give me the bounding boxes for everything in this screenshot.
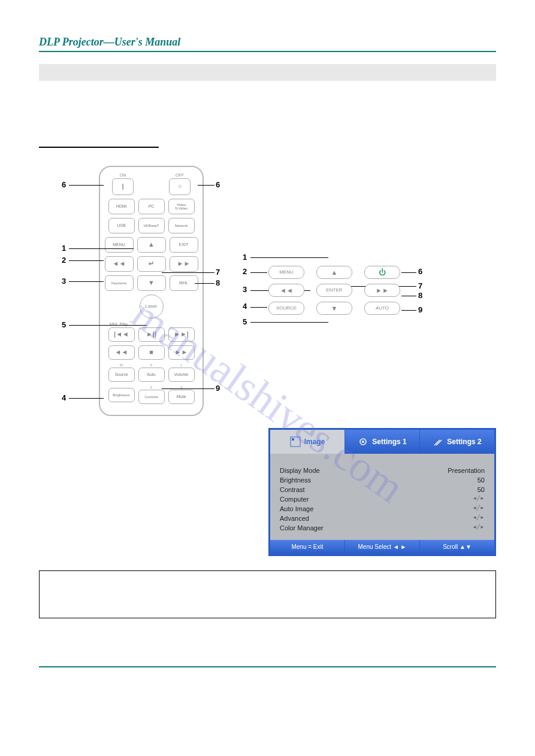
laser-button[interactable]: Laser <box>140 294 164 318</box>
subsection-rule <box>39 147 159 148</box>
pc-button[interactable]: PC <box>138 199 165 214</box>
keypad-diagram: 1 2 3 4 5 6 7 8 9 MENU ▲ ⏻ ◄◄ <box>246 259 425 336</box>
kp-callout-3: 3 <box>243 285 247 294</box>
next-button[interactable]: ►►| <box>168 327 195 342</box>
osd-body: Display ModePresentation Brightness50 Co… <box>270 454 494 540</box>
prev-button[interactable]: |◄◄ <box>108 327 135 342</box>
page-header-title: DLP Projector—User's Manual <box>39 36 496 48</box>
callout-5: 5 <box>62 320 66 329</box>
hdbaset-button[interactable]: HDBaseT <box>138 218 165 233</box>
volume-button[interactable]: Volume <box>168 368 195 382</box>
tab-label: Settings 1 <box>372 438 406 446</box>
osd-footer-exit: Menu = Exit <box>270 540 344 554</box>
left-button[interactable]: ◄◄ <box>105 256 134 272</box>
section-bar <box>39 64 496 81</box>
tab-label: Settings 2 <box>447 438 481 446</box>
callout-6-right: 6 <box>216 180 220 189</box>
osd-row: Auto Image◄╱► <box>280 504 485 514</box>
kp-auto-button[interactable]: AUTO <box>364 302 400 315</box>
callout-1: 1 <box>62 244 66 253</box>
osd-panel: Image Settings 1 Settings 2 Display Mode… <box>268 428 496 556</box>
network-button[interactable]: Network <box>168 218 195 233</box>
callout-8: 8 <box>216 278 220 287</box>
tools-icon <box>433 436 443 447</box>
ffwd-button[interactable]: ►► <box>168 345 195 360</box>
brightness-button[interactable]: Brightness <box>108 388 135 402</box>
footer-rule <box>39 666 496 667</box>
osd-tab-settings2[interactable]: Settings 2 <box>419 430 494 454</box>
svg-rect-1 <box>292 438 294 441</box>
kp-up-button[interactable]: ▲ <box>316 266 352 279</box>
osd-row: Color Manager◄╱► <box>280 523 485 533</box>
power-on-button[interactable]: | <box>112 178 134 195</box>
kp-callout-9: 9 <box>418 305 422 314</box>
osd-row: Contrast50 <box>280 485 485 494</box>
playpause-button[interactable]: ►|| <box>138 327 165 342</box>
callout-4: 4 <box>62 393 66 402</box>
contrast-button[interactable]: Contrast <box>138 390 165 404</box>
header-rule <box>39 51 496 52</box>
osd-row: Computer◄╱► <box>280 494 485 504</box>
callout-7: 7 <box>216 268 220 277</box>
kp-power-button[interactable]: ⏻ <box>364 266 400 279</box>
kp-menu-button[interactable]: MENU <box>268 266 304 279</box>
right-button[interactable]: ►► <box>170 256 198 272</box>
num-0: 0 <box>150 363 152 367</box>
hdmi-button[interactable]: HDMI <box>108 199 135 214</box>
keystone-button[interactable]: Keystone <box>105 275 134 291</box>
down-button[interactable]: ▼ <box>137 275 166 291</box>
tab-label: Image <box>304 438 325 446</box>
menu-button[interactable]: MENU <box>105 237 134 253</box>
svg-point-3 <box>362 441 364 443</box>
kp-callout-1: 1 <box>243 253 247 262</box>
mute-button[interactable]: Mute <box>168 390 195 404</box>
remote-diagram: 6 1 2 3 5 4 6 7 8 9 <box>99 166 204 416</box>
kp-callout-7: 7 <box>418 281 422 290</box>
video-button[interactable]: Video S-Video <box>168 199 195 214</box>
osd-footer-select: Menu Select ◄ ► <box>344 540 419 554</box>
enter-button[interactable]: ↵ <box>137 256 166 272</box>
kp-callout-5: 5 <box>243 317 247 326</box>
source-button[interactable]: Source <box>108 368 135 382</box>
kp-callout-8: 8 <box>418 291 422 300</box>
note-box <box>39 570 496 618</box>
osd-row: Advanced◄╱► <box>280 514 485 523</box>
osd-row: Display ModePresentation <box>280 466 485 475</box>
kp-left-button[interactable]: ◄◄ <box>268 284 304 297</box>
gear-icon <box>358 436 368 447</box>
callout-3: 3 <box>62 277 66 286</box>
kp-enter-button[interactable]: ENTER <box>316 284 352 297</box>
callout-9: 9 <box>216 384 220 393</box>
kp-down-button[interactable]: ▼ <box>316 302 352 315</box>
callout-2: 2 <box>62 256 66 265</box>
mhl-button[interactable]: MHL <box>170 275 198 291</box>
off-label: OFF <box>176 173 184 177</box>
num-2: 2 <box>150 385 152 389</box>
kp-callout-4: 4 <box>243 302 247 311</box>
osd-footer-scroll: Scroll ▲▼ <box>419 540 494 554</box>
kp-right-button[interactable]: ►► <box>364 284 400 297</box>
power-off-button[interactable]: ○ <box>169 178 191 195</box>
up-button[interactable]: ▲ <box>137 237 166 253</box>
auto-button[interactable]: Auto <box>138 368 165 382</box>
kp-callout-6: 6 <box>418 267 422 276</box>
rewind-button[interactable]: ◄◄ <box>108 345 135 360</box>
osd-tab-image[interactable]: Image <box>270 430 344 454</box>
osd-tab-settings1[interactable]: Settings 1 <box>344 430 419 454</box>
on-label: ON <box>120 173 126 177</box>
id-label: ID <box>120 363 123 367</box>
stop-button[interactable]: ■ <box>138 345 165 360</box>
exit-button[interactable]: EXIT <box>170 237 198 253</box>
image-icon <box>290 436 301 447</box>
usb-button[interactable]: USB <box>108 218 135 233</box>
callout-6-left: 6 <box>62 180 66 189</box>
kp-callout-2: 2 <box>243 267 247 276</box>
num-1: 1 <box>180 363 182 367</box>
osd-row: Brightness50 <box>280 475 485 485</box>
kp-source-button[interactable]: SOURCE <box>268 302 304 315</box>
